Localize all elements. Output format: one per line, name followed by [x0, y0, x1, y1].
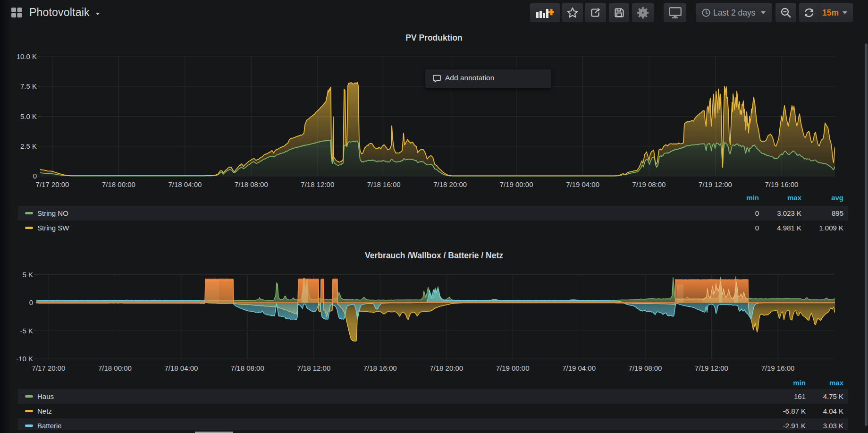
- svg-text:2.5 K: 2.5 K: [20, 142, 37, 150]
- svg-text:7/19 00:00: 7/19 00:00: [496, 364, 530, 372]
- svg-text:7/18 12:00: 7/18 12:00: [297, 364, 330, 372]
- svg-text:7/18 16:00: 7/18 16:00: [367, 180, 401, 188]
- svg-text:7/19 04:00: 7/19 04:00: [566, 180, 599, 188]
- svg-text:7/19 12:00: 7/19 12:00: [699, 180, 732, 188]
- svg-text:0: 0: [33, 172, 37, 180]
- svg-text:10.0 K: 10.0 K: [17, 52, 37, 60]
- svg-text:7/17 20:00: 7/17 20:00: [32, 364, 66, 372]
- svg-text:5 K: 5 K: [22, 271, 33, 279]
- svg-text:7/19 16:00: 7/19 16:00: [765, 180, 798, 188]
- svg-text:5.0 K: 5.0 K: [20, 112, 37, 120]
- svg-text:7/18 20:00: 7/18 20:00: [433, 180, 467, 188]
- svg-text:7/18 00:00: 7/18 00:00: [98, 364, 132, 372]
- svg-text:7/18 16:00: 7/18 16:00: [363, 364, 397, 372]
- svg-text:7/19 08:00: 7/19 08:00: [632, 180, 666, 188]
- svg-text:7/18 08:00: 7/18 08:00: [231, 364, 264, 372]
- svg-text:0: 0: [29, 298, 33, 306]
- svg-text:-5 K: -5 K: [20, 327, 33, 335]
- svg-text:7.5 K: 7.5 K: [20, 82, 37, 90]
- svg-text:7/18 08:00: 7/18 08:00: [235, 180, 268, 188]
- svg-text:7/19 12:00: 7/19 12:00: [695, 364, 728, 372]
- svg-text:7/19 04:00: 7/19 04:00: [562, 364, 596, 372]
- svg-text:7/18 00:00: 7/18 00:00: [102, 180, 135, 188]
- svg-text:7/18 04:00: 7/18 04:00: [164, 364, 198, 372]
- svg-text:7/19 00:00: 7/19 00:00: [500, 180, 533, 188]
- svg-text:7/17 20:00: 7/17 20:00: [36, 180, 69, 188]
- svg-text:7/19 08:00: 7/19 08:00: [629, 364, 662, 372]
- svg-text:7/19 16:00: 7/19 16:00: [761, 364, 794, 372]
- svg-text:7/18 12:00: 7/18 12:00: [301, 180, 334, 188]
- svg-text:7/18 20:00: 7/18 20:00: [430, 364, 463, 372]
- svg-text:-10 K: -10 K: [16, 355, 33, 363]
- svg-text:7/18 04:00: 7/18 04:00: [168, 180, 202, 188]
